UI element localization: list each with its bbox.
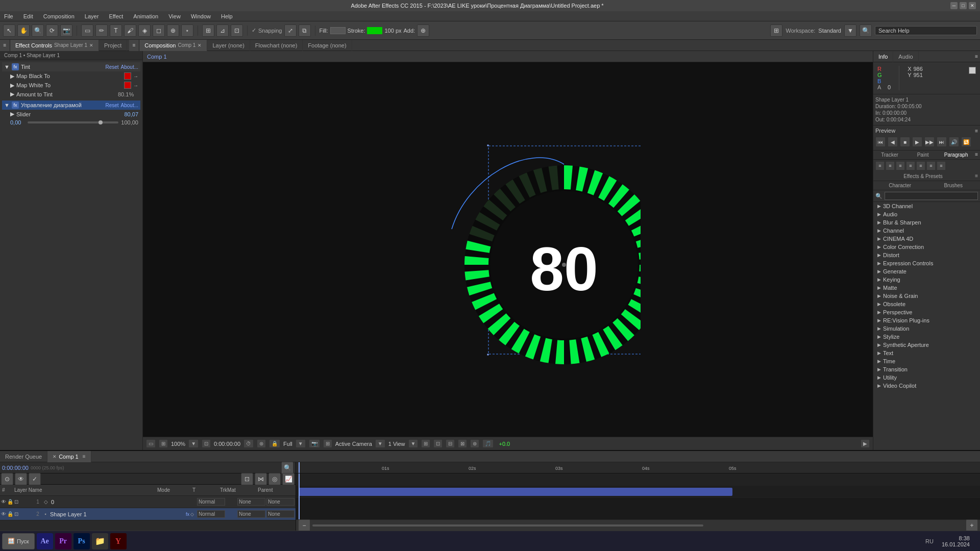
lock-2[interactable]: 🔒 bbox=[7, 511, 13, 517]
playhead-top[interactable] bbox=[299, 462, 300, 473]
view-btn7[interactable]: 🎵 bbox=[482, 439, 494, 448]
ep-utility[interactable]: ▶ Utility bbox=[873, 373, 980, 382]
cam-btn[interactable]: 📷 bbox=[309, 439, 320, 448]
enable-all-btn[interactable]: ✓ bbox=[29, 473, 41, 485]
comp-panel-toggle[interactable]: ≡ bbox=[129, 40, 139, 51]
align-justify-btn[interactable]: ≡ bbox=[906, 161, 915, 170]
preview-menu[interactable]: ≡ bbox=[975, 128, 978, 134]
eye-1[interactable]: 👁 bbox=[1, 499, 6, 505]
paint-tab[interactable]: Paint bbox=[906, 151, 940, 159]
panel-toggle[interactable]: ≡ bbox=[0, 40, 10, 51]
ep-noise-grain[interactable]: ▶ Noise & Grain bbox=[873, 292, 980, 300]
tint-about[interactable]: About... bbox=[121, 64, 138, 70]
effects-presets-tab[interactable]: Effects & Presets bbox=[873, 172, 973, 181]
prev-audio-btn[interactable]: 🔊 bbox=[949, 137, 959, 147]
motion-blur-btn[interactable]: ◎ bbox=[268, 473, 281, 485]
tool-rect[interactable]: ▭ bbox=[81, 24, 93, 37]
tab-footage[interactable]: Footage (none) bbox=[303, 40, 352, 51]
render-btn[interactable]: ⊛ bbox=[257, 439, 266, 448]
tl-zoom-out[interactable]: − bbox=[298, 519, 310, 531]
camera-dropdown[interactable]: ▼ bbox=[375, 439, 385, 448]
menu-window[interactable]: Window bbox=[189, 12, 213, 20]
view-btn5[interactable]: ⊠ bbox=[458, 439, 467, 448]
tab-close-effect[interactable]: ✕ bbox=[89, 43, 93, 48]
prev-prev-btn[interactable]: ◀ bbox=[888, 137, 898, 147]
collapse-1[interactable]: ⊡ bbox=[14, 499, 18, 505]
ep-synthetic-aperture[interactable]: ▶ Synthetic Aperture bbox=[873, 341, 980, 349]
tool-hand[interactable]: ✋ bbox=[17, 24, 30, 37]
tool-text[interactable]: T bbox=[110, 24, 122, 37]
draft-btn[interactable]: ⊡ bbox=[241, 473, 253, 485]
ep-cinema4d[interactable]: ▶ CINEMA 4D bbox=[873, 235, 980, 243]
ep-color-correction[interactable]: ▶ Color Correction bbox=[873, 243, 980, 251]
align-center-btn[interactable]: ≡ bbox=[886, 161, 895, 170]
eye-2[interactable]: 👁 bbox=[1, 511, 6, 517]
ep-obsolete[interactable]: ▶ Obsolete bbox=[873, 300, 980, 308]
ep-channel[interactable]: ▶ Channel bbox=[873, 227, 980, 235]
tool-puppet[interactable]: ⊕ bbox=[167, 24, 179, 37]
align-left-btn[interactable]: ≡ bbox=[875, 161, 885, 170]
tool-rotate[interactable]: ⟳ bbox=[46, 24, 58, 37]
tool-shape[interactable]: ⋆ bbox=[181, 24, 193, 37]
ep-revision[interactable]: ▶ RE:Vision Plug-ins bbox=[873, 316, 980, 324]
color-picker-preview[interactable]: + bbox=[969, 67, 976, 74]
layer-name-2[interactable]: Shape Layer 1 bbox=[49, 511, 185, 517]
prev-last-btn[interactable]: ⏭ bbox=[937, 137, 947, 147]
tool-mask[interactable]: ⊿ bbox=[216, 24, 229, 37]
fill-swatch[interactable] bbox=[330, 27, 346, 34]
view-dropdown[interactable]: ▼ bbox=[408, 439, 419, 448]
parent-select-1[interactable]: None bbox=[266, 498, 295, 506]
grid-btn[interactable]: ⊞ bbox=[323, 439, 332, 448]
taskbar-ae-icon[interactable]: Ae bbox=[37, 533, 53, 549]
mode-select-1[interactable]: Normal bbox=[197, 498, 225, 506]
view-btn3[interactable]: ⊡ bbox=[433, 439, 443, 448]
right-tab-info[interactable]: Info bbox=[873, 51, 893, 62]
prev-first-btn[interactable]: ⏮ bbox=[875, 137, 886, 147]
ep-time[interactable]: ▶ Time bbox=[873, 357, 980, 365]
timeline-search[interactable]: 🔍 bbox=[281, 462, 293, 474]
effect-tint-header[interactable]: ▼ fx Tint Reset About... bbox=[2, 62, 140, 71]
zoom-dropdown[interactable]: ▼ bbox=[188, 439, 199, 448]
prev-play-btn[interactable]: ▶ bbox=[912, 137, 922, 147]
ep-distort[interactable]: ▶ Distort bbox=[873, 251, 980, 259]
resolution-dropdown[interactable]: ▼ bbox=[296, 439, 306, 448]
ep-transition[interactable]: ▶ Transition bbox=[873, 365, 980, 373]
view-btn2[interactable]: ⊞ bbox=[421, 439, 430, 448]
playhead[interactable] bbox=[299, 473, 300, 519]
comp-tool-btn-2[interactable]: ⊞ bbox=[159, 439, 168, 448]
tool-pen[interactable]: ✏ bbox=[95, 24, 108, 37]
tool-align[interactable]: ⊞ bbox=[202, 24, 214, 37]
mode-select-2[interactable]: Normal bbox=[197, 510, 225, 518]
trkmat-select-2[interactable]: None bbox=[237, 510, 265, 518]
right-tab-audio[interactable]: Audio bbox=[893, 51, 918, 62]
ep-stylize[interactable]: ▶ Stylize bbox=[873, 333, 980, 341]
minimize-button[interactable]: ─ bbox=[950, 2, 958, 9]
tool-eraser[interactable]: ◻ bbox=[153, 24, 165, 37]
ep-generate[interactable]: ▶ Generate bbox=[873, 267, 980, 276]
snap-toggle[interactable]: ⤢ bbox=[284, 24, 297, 37]
tab-effect-controls[interactable]: Effect Controls Shape Layer 1 ✕ bbox=[10, 40, 99, 51]
solo-all-btn[interactable]: ⊙ bbox=[1, 473, 13, 485]
paragraph-tab[interactable]: Paragraph bbox=[940, 151, 973, 159]
tool-paint[interactable]: 🖌 bbox=[124, 24, 136, 37]
map-black-color[interactable] bbox=[124, 72, 131, 80]
layer-2-bar[interactable] bbox=[299, 488, 732, 496]
add-btn[interactable]: ⊕ bbox=[417, 24, 429, 37]
menu-composition[interactable]: Composition bbox=[41, 12, 77, 20]
align-justify3-btn[interactable]: ≡ bbox=[926, 161, 936, 170]
workspace-toggle[interactable]: ⊞ bbox=[770, 24, 782, 37]
ep-blur-sharpen[interactable]: ▶ Blur & Sharpen bbox=[873, 218, 980, 227]
effect-slider-header[interactable]: ▼ fx Управление диаграмой Reset About... bbox=[2, 101, 140, 110]
tab-comp1-timeline[interactable]: ✕ Comp 1 ≡ bbox=[47, 451, 91, 462]
tool-zoom[interactable]: 🔍 bbox=[32, 24, 44, 37]
graph-editor-btn[interactable]: 📈 bbox=[282, 473, 295, 485]
tool-track[interactable]: ⊡ bbox=[231, 24, 243, 37]
workspace-btn[interactable]: ▼ bbox=[844, 24, 856, 37]
align-right-btn[interactable]: ≡ bbox=[896, 161, 905, 170]
slider-about[interactable]: About... bbox=[121, 103, 138, 108]
align-justify4-btn[interactable]: ≡ bbox=[937, 161, 946, 170]
taskbar-files-icon[interactable]: 📁 bbox=[92, 533, 108, 549]
breadcrumb-comp[interactable]: Comp 1 bbox=[147, 54, 167, 60]
tab-render-queue[interactable]: Render Queue bbox=[0, 451, 47, 462]
ep-simulation[interactable]: ▶ Simulation bbox=[873, 324, 980, 333]
